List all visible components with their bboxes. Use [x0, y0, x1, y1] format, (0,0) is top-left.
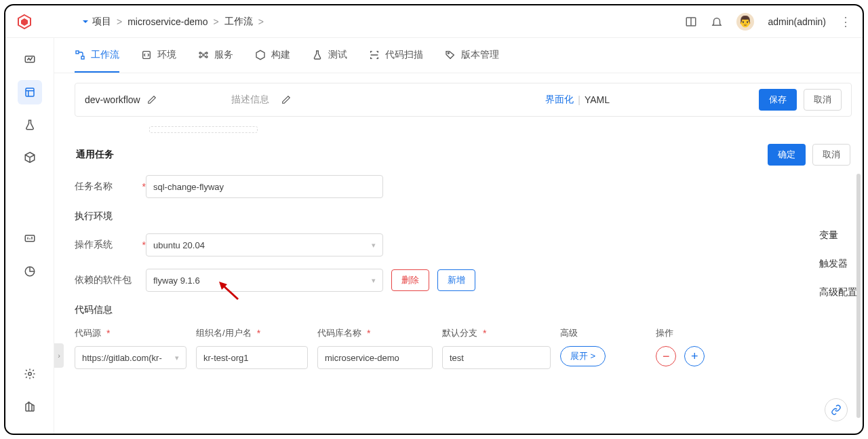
col-advanced: 高级 [560, 327, 578, 339]
task-name-label: 任务名称 [75, 180, 140, 193]
svg-point-15 [205, 56, 208, 58]
org-input[interactable] [196, 346, 308, 369]
svg-point-14 [199, 56, 201, 58]
delete-button[interactable]: 删除 [391, 269, 429, 291]
sidebar-item-pie[interactable] [18, 259, 42, 284]
breadcrumb-section[interactable]: 工作流 [224, 16, 253, 28]
save-button[interactable]: 保存 [759, 89, 797, 111]
mode-ui[interactable]: 界面化 [545, 94, 574, 106]
code-source-select[interactable]: https://gitlab.com(kr-▾ [75, 346, 186, 369]
edit-name-icon[interactable] [147, 95, 157, 104]
remove-row-button[interactable]: − [656, 346, 676, 366]
avatar[interactable]: 👨 [736, 13, 754, 31]
col-branch: 默认分支 [442, 327, 477, 339]
service-icon [198, 50, 209, 60]
chevron-down-icon[interactable] [81, 18, 90, 26]
chevron-down-icon: ▾ [175, 354, 179, 362]
tab-test[interactable]: 测试 [312, 38, 347, 73]
dep-select[interactable]: flyway 9.1.6▾ [146, 269, 383, 292]
svg-point-11 [203, 54, 205, 56]
required-icon: * [257, 328, 260, 339]
svg-point-12 [199, 52, 201, 54]
chevron-down-icon: ▾ [372, 241, 376, 250]
exec-env-title: 执行环境 [75, 210, 852, 223]
sidebar-item-building[interactable] [18, 394, 42, 419]
kebab-menu-icon[interactable]: ⋮ [840, 16, 852, 28]
repo-input[interactable] [317, 346, 433, 369]
branch-input[interactable] [442, 346, 551, 369]
breadcrumb-sep: > [213, 16, 218, 27]
mode-toggle: 界面化 | YAML [545, 94, 610, 106]
breadcrumb-root[interactable]: 项目 [92, 16, 111, 28]
username[interactable]: admin(admin) [768, 16, 826, 27]
link-fab[interactable] [825, 398, 848, 421]
add-button[interactable]: 新增 [437, 269, 475, 291]
book-icon[interactable] [685, 16, 697, 28]
workflow-bar: dev-workflow 描述信息 界面化 | YAML 保存 取消 [75, 83, 852, 117]
svg-marker-1 [21, 18, 28, 26]
placeholder-hint [149, 126, 258, 133]
right-rail: 变量 触发器 高级配置 [819, 229, 863, 299]
dep-label: 依赖的软件包 [75, 274, 142, 286]
sidebar-item-monitor[interactable] [18, 47, 42, 72]
col-source: 代码源 [75, 327, 101, 339]
confirm-button[interactable]: 确定 [768, 144, 806, 166]
tab-workflow[interactable]: 工作流 [75, 38, 119, 73]
panel-header: 通用任务 确定 取消 [75, 140, 852, 175]
add-row-button[interactable]: + [684, 346, 705, 366]
cancel-button[interactable]: 取消 [804, 89, 842, 111]
panel-cancel-button[interactable]: 取消 [812, 144, 850, 166]
rail-vars[interactable]: 变量 [819, 229, 857, 242]
code-info-row: 代码源* https://gitlab.com(kr-▾ 组织名/用户名* 代码… [75, 327, 852, 369]
expand-button[interactable]: 展开 > [560, 346, 606, 366]
required-icon: * [106, 328, 110, 339]
workflow-name: dev-workflow [85, 94, 140, 105]
os-label: 操作系统 [75, 239, 140, 251]
workflow-desc: 描述信息 [231, 94, 291, 106]
task-form: 任务名称* 执行环境 操作系统* ubuntu 20.04▾ 依赖的软件包 fl… [75, 175, 852, 369]
tab-build[interactable]: 构建 [255, 38, 290, 73]
edit-desc-icon[interactable] [281, 95, 291, 104]
tab-version[interactable]: 版本管理 [445, 38, 499, 73]
sidebar-item-project[interactable] [18, 80, 42, 104]
svg-rect-8 [76, 51, 79, 54]
tab-scan[interactable]: 代码扫描 [369, 38, 423, 73]
sidebar [5, 38, 54, 434]
svg-point-7 [28, 373, 31, 376]
build-icon [255, 50, 266, 60]
os-select[interactable]: ubuntu 20.04▾ [146, 233, 383, 256]
panel-title: 通用任务 [76, 149, 114, 161]
svg-rect-4 [26, 88, 34, 96]
col-actions: 操作 [656, 327, 673, 339]
scan-icon [369, 50, 380, 60]
col-org: 组织名/用户名 [196, 327, 252, 339]
rail-triggers[interactable]: 触发器 [819, 258, 857, 270]
header-actions: 👨 admin(admin) ⋮ [685, 13, 852, 31]
app-header: 项目 > microservice-demo > 工作流 > 👨 admin(a… [5, 5, 863, 38]
tabs: 工作流 环境 服务 构建 测试 代码扫描 版本管理 [54, 38, 863, 73]
flask-icon [312, 50, 323, 60]
required-icon: * [367, 328, 370, 339]
col-repo: 代码库名称 [317, 327, 361, 339]
tab-env[interactable]: 环境 [141, 38, 176, 73]
chevron-down-icon: ▾ [372, 276, 376, 285]
sidebar-item-stats[interactable] [18, 227, 42, 251]
task-name-input[interactable] [146, 175, 383, 198]
main: 工作流 环境 服务 构建 测试 代码扫描 版本管理 dev-workflow 描… [54, 38, 863, 434]
breadcrumb-sep: > [117, 16, 122, 27]
bell-icon[interactable] [711, 16, 723, 28]
mode-yaml[interactable]: YAML [585, 94, 610, 105]
app-logo[interactable] [16, 14, 33, 30]
sidebar-item-settings[interactable] [18, 362, 42, 386]
breadcrumb-project[interactable]: microservice-demo [127, 16, 208, 27]
svg-rect-9 [81, 56, 84, 59]
rail-advanced[interactable]: 高级配置 [819, 286, 857, 299]
breadcrumb: 项目 > microservice-demo > 工作流 > [81, 16, 685, 28]
sidebar-item-flask[interactable] [18, 113, 42, 137]
required-icon: * [483, 328, 486, 339]
tab-service[interactable]: 服务 [198, 38, 233, 73]
code-info-title: 代码信息 [75, 304, 852, 316]
workflow-icon [75, 50, 85, 60]
sidebar-item-package[interactable] [18, 145, 42, 170]
svg-point-16 [448, 52, 449, 54]
